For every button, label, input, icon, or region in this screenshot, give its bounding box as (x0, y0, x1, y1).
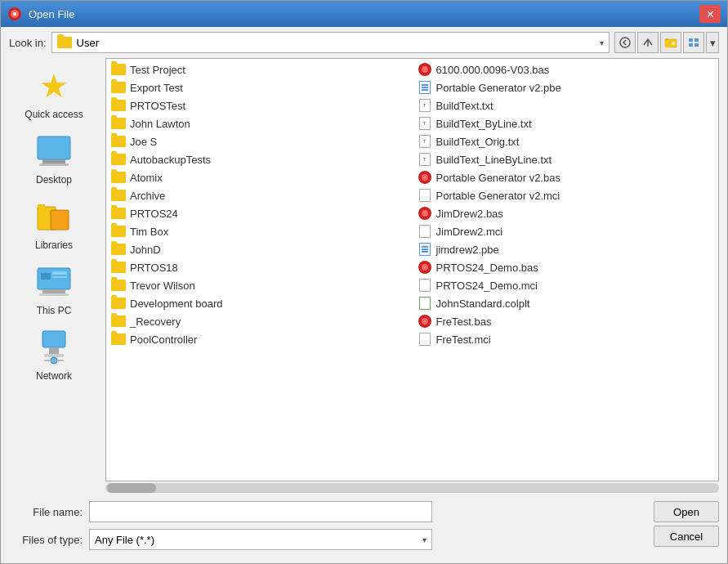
list-item[interactable]: AutobackupTests (106, 150, 413, 168)
scrollbar-area (1, 481, 727, 495)
file-item-name: PRTOS24_Demo.mci (436, 280, 538, 292)
list-item[interactable]: JimDrew2.mci (413, 222, 719, 240)
file-item-name: JohnStandard.colplt (436, 298, 530, 310)
back-button[interactable] (614, 32, 636, 53)
list-item[interactable]: PoolController (106, 330, 413, 348)
pbe-icon (419, 81, 431, 94)
up-button[interactable] (637, 32, 659, 53)
svg-rect-20 (42, 289, 65, 293)
bas-icon (418, 207, 431, 220)
new-folder-button[interactable] (660, 32, 681, 53)
file-item-name: PRTOS24_Demo.bas (436, 262, 538, 274)
folder-icon (111, 64, 126, 75)
svg-rect-9 (689, 38, 693, 42)
svg-rect-24 (52, 276, 67, 278)
svg-rect-27 (44, 354, 64, 357)
list-item[interactable]: Portable Generator v2.pbe (413, 78, 719, 96)
list-item[interactable]: PRTOS24_Demo.bas (413, 258, 719, 276)
file-item-name: PRTOSTest (130, 100, 185, 112)
file-item-name: _Recovery (130, 316, 181, 328)
list-item[interactable]: PRTOS24_Demo.mci (413, 276, 719, 294)
list-item[interactable]: FreTest.bas (413, 312, 719, 330)
list-item[interactable]: Test Project (106, 60, 413, 78)
list-item[interactable]: PRTOS24 (106, 204, 413, 222)
sidebar-item-this-pc[interactable]: This PC (9, 257, 99, 321)
bas-icon (418, 261, 431, 274)
svg-rect-26 (49, 347, 59, 354)
file-item-name: Portable Generator v2.pbe (436, 82, 561, 94)
file-item-name: Joe S (130, 136, 157, 148)
filename-input-area[interactable] (89, 501, 432, 522)
list-item[interactable]: TBuildText.txt (413, 96, 719, 114)
file-item-name: Trevor Wilson (130, 280, 195, 292)
folder-icon (111, 280, 126, 291)
svg-rect-14 (42, 159, 65, 163)
action-buttons: Open Cancel (654, 501, 719, 547)
list-item[interactable]: JohnD (106, 240, 413, 258)
bottom-form: File name: Files of type: Any File (*.*)… (1, 495, 727, 563)
file-item-name: PoolController (130, 333, 197, 346)
close-button[interactable]: ✕ (699, 5, 721, 23)
list-item[interactable]: jimdrew2.pbe (413, 240, 719, 258)
list-item[interactable]: JohnStandard.colplt (413, 294, 719, 312)
list-item[interactable]: TBuildText_ByLine.txt (413, 114, 719, 132)
list-item[interactable]: Development board (106, 294, 413, 312)
sidebar-item-quick-access[interactable]: ★ Quick access (9, 61, 99, 125)
list-item[interactable]: Export Test (106, 78, 413, 96)
filename-input[interactable] (95, 506, 410, 518)
svg-rect-18 (51, 210, 69, 230)
list-item[interactable]: Trevor Wilson (106, 276, 413, 294)
folder-icon (111, 333, 126, 345)
svg-rect-17 (38, 204, 45, 208)
toolbar-row: Look in: User ▾ (1, 27, 727, 58)
file-item-name: BuildText.txt (436, 100, 494, 112)
cancel-button[interactable]: Cancel (654, 526, 719, 547)
horizontal-scrollbar[interactable] (105, 483, 719, 493)
open-button[interactable]: Open (654, 501, 719, 522)
list-item[interactable]: TBuildText_Orig.txt (413, 132, 719, 150)
list-item[interactable]: Atomix (106, 168, 413, 186)
sidebar-label-this-pc: This PC (37, 305, 72, 316)
file-item-name: PRTOS18 (130, 262, 178, 274)
sidebar-item-network[interactable]: Network (9, 323, 99, 387)
sidebar-item-desktop[interactable]: Desktop (9, 127, 99, 190)
txt-icon: T (419, 153, 431, 166)
list-item[interactable]: JimDrew2.bas (413, 204, 719, 222)
list-item[interactable]: PRTOSTest (106, 96, 413, 114)
file-item-name: JimDrew2.mci (436, 226, 503, 238)
bas-icon (418, 171, 431, 184)
list-item[interactable]: 6100.000.0096-V03.bas (413, 60, 719, 78)
dialog-title: Open File (29, 8, 699, 20)
filetype-combo[interactable]: Any File (*.*) ▾ (89, 529, 432, 550)
scrollbar-thumb (107, 483, 156, 493)
file-item-name: BuildText_LineByLine.txt (436, 154, 552, 166)
look-in-combo[interactable]: User ▾ (51, 32, 610, 53)
list-item[interactable]: Archive (106, 186, 413, 204)
file-item-name: PRTOS24 (130, 208, 178, 220)
sidebar-item-libraries[interactable]: Libraries (9, 192, 99, 256)
list-item[interactable]: Portable Generator v2.mci (413, 186, 719, 204)
list-item[interactable]: Tim Box (106, 222, 413, 240)
list-item[interactable]: FreTest.mci (413, 330, 719, 348)
list-item[interactable]: John Lawton (106, 114, 413, 132)
file-item-name: 6100.000.0096-V03.bas (436, 64, 550, 76)
file-item-name: Atomix (130, 172, 163, 184)
folder-icon (111, 226, 126, 237)
file-list-container[interactable]: Test ProjectExport TestPRTOSTestJohn Law… (105, 58, 719, 481)
list-item[interactable]: Joe S (106, 132, 413, 150)
folder-icon (111, 262, 126, 273)
file-list-right: 6100.000.0096-V03.basPortable Generator … (413, 59, 719, 481)
folder-icon (111, 172, 126, 183)
folder-icon (111, 82, 126, 93)
folder-icon (111, 190, 126, 201)
svg-rect-11 (689, 43, 693, 47)
view-dropdown-button[interactable]: ▾ (706, 32, 719, 53)
svg-point-3 (620, 38, 630, 47)
list-item[interactable]: _Recovery (106, 312, 413, 330)
view-button[interactable] (683, 32, 704, 53)
list-item[interactable]: TBuildText_LineByLine.txt (413, 150, 719, 168)
title-bar: Open File ✕ (1, 1, 727, 27)
file-item-name: BuildText_ByLine.txt (436, 118, 532, 130)
list-item[interactable]: PRTOS18 (106, 258, 413, 276)
list-item[interactable]: Portable Generator v2.bas (413, 168, 719, 186)
